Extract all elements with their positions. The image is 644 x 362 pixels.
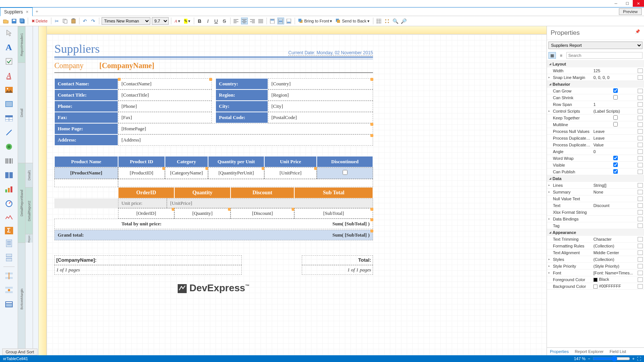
highlight-button[interactable]: ✎▾ — [183, 19, 192, 24]
crossband-box-icon[interactable] — [4, 285, 14, 295]
property-search[interactable] — [566, 52, 643, 59]
grid-icon[interactable] — [376, 18, 382, 24]
prop-reset-button[interactable] — [638, 271, 643, 275]
prop-row[interactable]: Row Span1 — [547, 101, 644, 108]
prop-reset-button[interactable] — [638, 210, 643, 215]
prop-row[interactable]: ▸Font[Font: Name=Times... — [547, 270, 644, 276]
richtext-tool-icon[interactable]: A — [4, 70, 14, 81]
prop-row[interactable]: ▸Styles(Collection) — [547, 256, 644, 263]
tab-properties[interactable]: Properties — [547, 348, 572, 355]
line-tool-icon[interactable] — [4, 127, 14, 138]
prop-reset-button[interactable] — [638, 89, 643, 93]
prop-reset-button[interactable] — [638, 75, 643, 80]
contact-name-field[interactable]: [ContactName] — [118, 78, 212, 89]
prop-reset-button[interactable] — [638, 163, 643, 167]
crossband-line-icon[interactable] — [4, 271, 14, 281]
snap-icon[interactable] — [384, 18, 391, 24]
band-report-header[interactable]: ReportHeader1 — [18, 26, 25, 63]
grand-total-label[interactable]: Grand total: — [55, 230, 87, 240]
report-title[interactable]: Suppliers — [54, 42, 100, 56]
sigma-tool-icon[interactable]: Σ — [5, 227, 13, 234]
total-by-label[interactable]: Total by unit price: — [118, 219, 165, 229]
label-tool-icon[interactable]: A — [4, 42, 14, 52]
prop-row[interactable]: Null Value Text — [547, 195, 644, 202]
unit-price-value[interactable]: [UnitPrice] — [167, 198, 373, 208]
prop-row[interactable]: ▸Style Priority(Style Priority) — [547, 263, 644, 270]
col-order-id[interactable]: OrderID — [118, 187, 174, 198]
footer-pages-right[interactable]: 1 of 1 pages — [302, 265, 373, 275]
strike-button[interactable]: S — [221, 18, 228, 24]
prop-checkbox[interactable] — [613, 115, 618, 120]
product-header-row[interactable]: Product Name Product ID Category Quantit… — [54, 156, 373, 167]
order-value-row[interactable]: [OrderID] [Quantity] [Discount] [SubTota… — [54, 208, 373, 219]
prop-checkbox[interactable] — [613, 95, 618, 100]
prop-category[interactable]: Data — [547, 175, 644, 182]
product-id-field[interactable]: [ProductID] — [118, 167, 165, 179]
unit-price-field[interactable]: [UnitPrice] — [264, 167, 317, 179]
zipcode-tool-icon[interactable] — [4, 170, 14, 180]
product-value-row[interactable]: [ProductName] [ProductID] [CategoryName]… — [54, 167, 373, 179]
prop-reset-button[interactable] — [638, 136, 643, 140]
prop-reset-button[interactable] — [638, 237, 643, 241]
prop-row[interactable]: TextDiscount — [547, 202, 644, 209]
prop-reset-button[interactable] — [638, 190, 643, 194]
prop-checkbox[interactable] — [613, 88, 618, 93]
current-date-field[interactable]: Current Date: Monday, 02 November 2015 — [288, 50, 373, 56]
send-to-back-button[interactable]: Send to Back ▾ — [335, 19, 370, 24]
fax-label[interactable]: Fax: — [54, 112, 118, 123]
col-product-id[interactable]: Product ID — [118, 156, 165, 167]
band-detail-report-band[interactable]: DetailReportBand — [18, 163, 25, 243]
prop-row[interactable]: ▸Data Bindings — [547, 216, 644, 222]
prop-reset-button[interactable] — [638, 170, 643, 174]
prop-checkbox[interactable] — [613, 162, 618, 167]
prop-reset-button[interactable] — [638, 95, 643, 100]
subtotal-field[interactable]: [SubTotal] — [294, 208, 373, 219]
prop-row[interactable]: Foreground ColorBlack — [547, 276, 644, 283]
prop-row[interactable]: Tag — [547, 222, 644, 229]
sparkline-tool-icon[interactable] — [4, 213, 14, 223]
prop-row[interactable]: ▸LinesString[] — [547, 182, 644, 189]
col-discontinued[interactable]: Discontinued — [317, 156, 373, 167]
band-detail[interactable]: Detail — [18, 63, 25, 163]
region-field[interactable]: [Region] — [268, 89, 373, 101]
undo-icon[interactable]: ↶ — [82, 18, 88, 24]
prop-row[interactable]: ▸Snap Line Margin0, 0, 0, 0 — [547, 74, 644, 81]
add-tab-button[interactable]: + — [33, 9, 41, 14]
devexpress-logo[interactable]: DevExpress™ — [54, 282, 373, 294]
cut-icon[interactable]: ✂ — [54, 18, 60, 24]
bring-to-front-button[interactable]: Bring to Front ▾ — [297, 19, 334, 24]
postal-label[interactable]: Postal Code: — [216, 112, 268, 123]
order-header-row[interactable]: OrderID Quantity Discount Sub Total — [54, 187, 373, 198]
col-discount[interactable]: Discount — [231, 187, 294, 198]
categorized-view-icon[interactable]: ▦ — [548, 52, 556, 59]
prop-row[interactable]: Text AlignmentMiddle Center — [547, 249, 644, 256]
country-field[interactable]: [Country] — [268, 78, 373, 89]
prop-category[interactable]: Behavior — [547, 81, 644, 88]
col-qty-per-unit[interactable]: Quantity per Unit — [208, 156, 264, 167]
prop-category[interactable]: Layout — [547, 61, 644, 67]
prop-checkbox[interactable] — [613, 169, 618, 174]
object-selector[interactable]: Suppliers Report — [548, 42, 643, 49]
redo-icon[interactable]: ↷ — [90, 18, 97, 24]
close-button[interactable]: ✕ — [633, 0, 644, 7]
prop-checkbox[interactable] — [613, 156, 618, 160]
discontinued-field[interactable] — [317, 167, 373, 179]
contact-title-field[interactable]: [ContactTitle] — [118, 89, 212, 101]
prop-row[interactable]: Formatting Rules(Collection) — [547, 243, 644, 249]
col-category[interactable]: Category — [165, 156, 208, 167]
prop-row[interactable]: Can Grow — [547, 88, 644, 94]
font-size-select[interactable]: 9.7 — [152, 17, 169, 25]
company-value[interactable]: [CompanyName] — [99, 61, 154, 70]
font-color-button[interactable]: A▾ — [174, 19, 181, 24]
prop-reset-button[interactable] — [638, 217, 643, 221]
prop-reset-button[interactable] — [638, 143, 643, 147]
prop-reset-button[interactable] — [638, 156, 643, 161]
tab-field-list[interactable]: Field List — [607, 348, 629, 355]
address-label[interactable]: Address: — [54, 134, 118, 146]
prop-reset-button[interactable] — [638, 102, 643, 107]
order-id-field[interactable]: [OrderID] — [118, 208, 174, 219]
prop-row[interactable]: Process Duplicates M...Leave — [547, 135, 644, 142]
panel-tool-icon[interactable] — [4, 99, 14, 109]
copy-icon[interactable] — [62, 18, 69, 24]
prop-reset-button[interactable] — [638, 244, 643, 248]
